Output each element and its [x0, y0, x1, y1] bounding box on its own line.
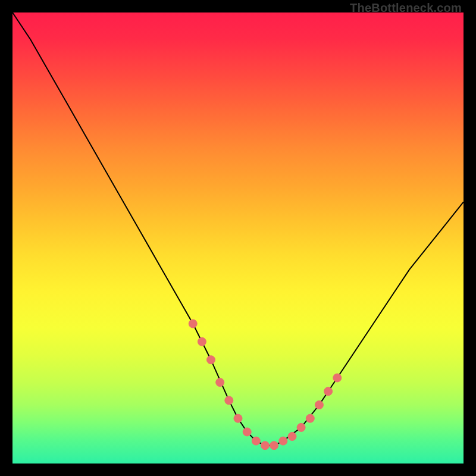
marker-dot: [234, 414, 242, 422]
marker-dot: [189, 320, 197, 328]
marker-dot: [297, 423, 305, 431]
marker-group: [189, 320, 342, 450]
marker-dot: [252, 437, 260, 445]
marker-dot: [279, 437, 287, 445]
marker-dot: [198, 337, 206, 346]
marker-dot: [216, 378, 224, 387]
marker-dot: [225, 396, 233, 405]
bottleneck-curve: [12, 12, 464, 446]
marker-dot: [207, 356, 215, 364]
chart-svg: [12, 12, 464, 464]
marker-dot: [243, 428, 251, 436]
marker-dot: [288, 433, 296, 441]
marker-dot: [333, 374, 342, 382]
marker-dot: [324, 387, 333, 396]
chart-frame: TheBottleneck.com: [0, 0, 476, 476]
marker-dot: [270, 441, 278, 450]
marker-dot: [306, 414, 314, 422]
marker-dot: [315, 401, 323, 409]
marker-dot: [261, 441, 270, 450]
plot-area: [12, 12, 464, 464]
